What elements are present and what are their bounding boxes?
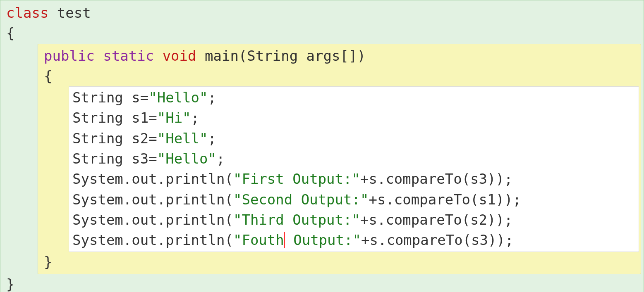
main-signature: main(String args[]) — [196, 47, 366, 64]
public-keyword: public — [44, 47, 95, 64]
stmt-s: String s="Hello"; — [72, 88, 635, 108]
stmt-s3: String s3="Hello"; — [72, 149, 635, 169]
class-name: test — [48, 5, 91, 21]
stmt-s2: String s2="Hell"; — [72, 128, 635, 149]
string-literal: "Third Output:" — [233, 211, 360, 228]
class-decl: class test — [6, 3, 641, 23]
close-brace-0: } — [6, 274, 641, 292]
method-block: public static void main(String args[]) {… — [38, 44, 641, 274]
string-literal: "Hell" — [157, 130, 208, 147]
method-sig: public static void main(String args[]) — [44, 46, 639, 66]
open-brace-1: { — [44, 66, 639, 86]
string-literal: "Hello" — [148, 89, 208, 106]
println-4: System.out.println("Fouth Output:"+s.com… — [72, 230, 635, 250]
string-literal: "Hello" — [157, 150, 216, 167]
close-brace-1: } — [44, 252, 639, 272]
static-keyword: static — [103, 47, 154, 64]
string-literal: "First Output:" — [233, 171, 360, 187]
stmt-s1: String s1="Hi"; — [72, 108, 635, 128]
string-literal: Output:" — [285, 232, 361, 248]
class-keyword: class — [6, 5, 48, 21]
string-literal: "Second Output:" — [233, 191, 369, 208]
string-literal: "Hi" — [157, 109, 191, 126]
body-block: String s="Hello"; String s1="Hi"; String… — [69, 86, 639, 252]
open-brace-0: { — [6, 23, 641, 43]
println-1: System.out.println("First Output:"+s.com… — [72, 169, 635, 189]
class-block: class test { public static void main(Str… — [0, 0, 644, 292]
println-3: System.out.println("Third Output:"+s.com… — [72, 210, 635, 230]
void-keyword: void — [163, 47, 196, 64]
println-2: System.out.println("Second Output:"+s.co… — [72, 190, 635, 210]
string-literal-misspelled: "Fouth — [233, 232, 285, 248]
